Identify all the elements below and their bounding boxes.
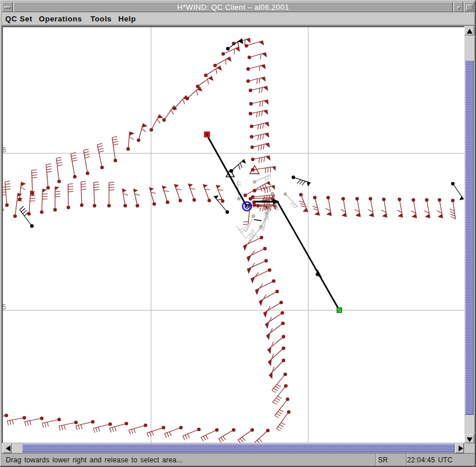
svg-text:26: 26 [3, 146, 6, 154]
svg-text:25: 25 [3, 303, 6, 311]
